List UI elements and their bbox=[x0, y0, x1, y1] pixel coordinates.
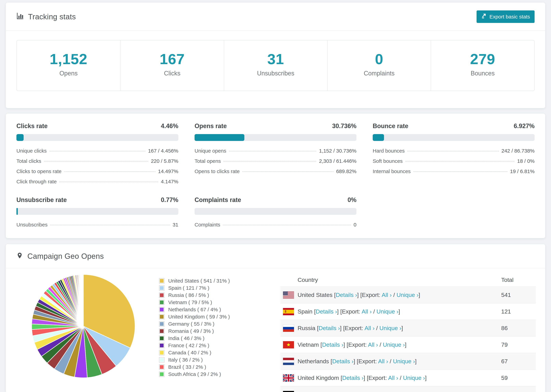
tracking-stats-title: Tracking stats bbox=[16, 12, 76, 21]
legend-label: Germany ( 55 / 3% ) bbox=[168, 321, 214, 327]
stat-label-bounces: Bounces bbox=[431, 70, 534, 77]
total-cell-vietnam: 79 bbox=[501, 341, 536, 348]
legend-item-united-states[interactable]: United States ( 541 / 31% ) bbox=[159, 277, 248, 284]
legend-swatch bbox=[159, 328, 164, 334]
dotted-leader bbox=[49, 151, 145, 151]
rate-title-label: Bounce rate bbox=[373, 122, 408, 130]
legend-item-romania[interactable]: Romania ( 49 / 3% ) bbox=[159, 328, 248, 335]
export-all-link[interactable]: All › bbox=[361, 308, 372, 315]
export-all-link[interactable]: All › bbox=[388, 375, 398, 381]
export-all-link[interactable]: All › bbox=[381, 292, 392, 298]
rate-row-label: Unsubscribes bbox=[16, 222, 48, 228]
rates-card: Clicks rate4.46%Unique clicks167 / 4.456… bbox=[6, 113, 545, 238]
rate-row-value: 167 / 4.456% bbox=[148, 148, 178, 154]
flag-gb-icon bbox=[281, 374, 297, 382]
rate-rows: Unsubscribes31 bbox=[16, 222, 178, 228]
legend-item-france[interactable]: France ( 42 / 2% ) bbox=[159, 342, 248, 349]
opens-rate-bar bbox=[195, 134, 356, 141]
total-cell-russia: 86 bbox=[501, 325, 536, 331]
geo-table: CountryTotalUnited States [Details ›] [E… bbox=[281, 273, 536, 392]
geo-title: Campaign Geo Opens bbox=[16, 252, 104, 260]
rate-value-label: 0.77% bbox=[161, 196, 178, 203]
rate-row-soft-bounces: Soft bounces18 / 0% bbox=[373, 158, 535, 164]
stat-box-opens: 1,152Opens bbox=[17, 40, 120, 91]
legend-item-netherlands[interactable]: Netherlands ( 67 / 4% ) bbox=[159, 306, 248, 313]
legend-item-india[interactable]: India ( 46 / 3% ) bbox=[159, 335, 248, 342]
legend-item-brazil[interactable]: Brazil ( 33 / 2% ) bbox=[159, 364, 248, 371]
legend-swatch bbox=[159, 371, 164, 377]
country-name: Netherlands bbox=[297, 358, 331, 364]
legend-label: South Africa ( 29 / 2% ) bbox=[168, 371, 221, 377]
rate-row-label: Hard bounces bbox=[373, 148, 405, 154]
rate-value-label: 30.736% bbox=[332, 122, 356, 130]
export-unique-link[interactable]: Unique › bbox=[396, 292, 418, 298]
legend-item-germany[interactable]: Germany ( 55 / 3% ) bbox=[159, 320, 248, 328]
export-unique-link[interactable]: Unique › bbox=[386, 391, 408, 392]
rate-row-label: Total clicks bbox=[16, 158, 41, 164]
legend-label: India ( 46 / 3% ) bbox=[168, 335, 205, 341]
legend-item-spain[interactable]: Spain ( 121 / 7% ) bbox=[159, 284, 248, 292]
details-link[interactable]: Details › bbox=[325, 391, 346, 392]
export-basic-stats-button[interactable]: Export basic stats bbox=[477, 10, 535, 23]
country-cell-united-states: United States [Details ›] [Export: All ›… bbox=[297, 292, 501, 298]
rate-row-unique-clicks: Unique clicks167 / 4.456% bbox=[16, 148, 178, 154]
geo-content: United States ( 541 / 31% )Spain ( 121 /… bbox=[6, 273, 545, 392]
dotted-leader bbox=[223, 225, 351, 225]
legend-item-italy[interactable]: Italy ( 36 / 2% ) bbox=[159, 356, 248, 364]
details-link[interactable]: Details › bbox=[332, 358, 353, 364]
legend-label: Romania ( 49 / 3% ) bbox=[168, 328, 214, 334]
export-unique-link[interactable]: Unique › bbox=[403, 375, 425, 381]
rate-rows: Unique opens1,152 / 30.736%Total opens2,… bbox=[195, 148, 356, 175]
rate-row-value: 4.147% bbox=[161, 179, 178, 185]
stat-label-opens: Opens bbox=[17, 70, 120, 77]
stat-box-bounces: 279Bounces bbox=[431, 40, 534, 91]
export-all-link[interactable]: All › bbox=[368, 341, 378, 348]
legend-item-russia[interactable]: Russia ( 86 / 5% ) bbox=[159, 292, 248, 299]
geo-title-text: Campaign Geo Opens bbox=[27, 252, 104, 260]
details-link[interactable]: Details › bbox=[342, 375, 364, 381]
legend-item-united-kingdom[interactable]: United Kingdom ( 59 / 3% ) bbox=[159, 313, 248, 320]
stats-strip: 1,152Opens167Clicks31Unsubscribes0Compla… bbox=[16, 40, 535, 91]
stat-label-complaints: Complaints bbox=[327, 70, 431, 77]
country-name: United Kingdom bbox=[297, 375, 340, 381]
geo-header-divider bbox=[6, 268, 545, 268]
export-unique-link[interactable]: Unique › bbox=[393, 358, 415, 364]
country-name: Spain bbox=[297, 308, 314, 315]
rate-panel-opens-rate: Opens rate30.736%Unique opens1,152 / 30.… bbox=[195, 122, 356, 185]
export-unique-link[interactable]: Unique › bbox=[376, 308, 399, 315]
country-cell-germany: Germany [Details ›] [Export: All › / Uni… bbox=[297, 391, 501, 392]
export-all-link[interactable]: All › bbox=[378, 358, 388, 364]
legend-item-vietnam[interactable]: Vietnam ( 79 / 5% ) bbox=[159, 299, 248, 306]
rate-row-label: Complaints bbox=[195, 222, 220, 228]
stat-box-complaints: 0Complaints bbox=[327, 40, 431, 91]
legend-label: Brazil ( 33 / 2% ) bbox=[168, 364, 206, 370]
country-cell-united-kingdom: United Kingdom [Details ›] [Export: All … bbox=[297, 375, 501, 381]
flag-ru-icon bbox=[281, 324, 297, 332]
export-unique-link[interactable]: Unique › bbox=[383, 341, 405, 348]
table-row-russia: Russia [Details ›] [Export: All › / Uniq… bbox=[281, 320, 536, 336]
table-row-germany-partial: Germany [Details ›] [Export: All › / Uni… bbox=[281, 386, 536, 392]
export-all-link[interactable]: All › bbox=[365, 325, 374, 331]
legend-swatch bbox=[159, 285, 164, 291]
rate-head-unsubscribe-rate: Unsubscribe rate0.77% bbox=[16, 196, 178, 203]
rate-value-label: 0% bbox=[347, 196, 356, 203]
rate-value-label: 6.927% bbox=[514, 122, 535, 130]
export-all-link[interactable]: All › bbox=[371, 391, 381, 392]
unsubscribe-rate-bar-fill bbox=[16, 208, 18, 215]
tracking-stats-header: Tracking stats Export basic stats bbox=[6, 10, 545, 23]
rate-row-label: Clicks to opens rate bbox=[16, 168, 61, 175]
export-unique-link[interactable]: Unique › bbox=[379, 325, 402, 331]
total-cell-united-states: 541 bbox=[501, 292, 536, 298]
details-link[interactable]: Details › bbox=[316, 308, 337, 315]
rate-head-opens-rate: Opens rate30.736% bbox=[195, 122, 356, 130]
dotted-leader bbox=[44, 161, 148, 162]
legend-item-south-africa[interactable]: South Africa ( 29 / 2% ) bbox=[159, 371, 248, 378]
details-link[interactable]: Details › bbox=[336, 292, 357, 298]
details-link[interactable]: Details › bbox=[319, 325, 340, 331]
rate-row-value: 1,152 / 30.736% bbox=[319, 148, 356, 154]
rate-head-complaints-rate: Complaints rate0% bbox=[195, 196, 356, 203]
details-link[interactable]: Details › bbox=[322, 341, 343, 348]
legend-item-canada[interactable]: Canada ( 40 / 2% ) bbox=[159, 349, 248, 356]
total-cell-united-kingdom: 59 bbox=[501, 375, 536, 381]
rate-row-label: Unique opens bbox=[195, 148, 226, 154]
